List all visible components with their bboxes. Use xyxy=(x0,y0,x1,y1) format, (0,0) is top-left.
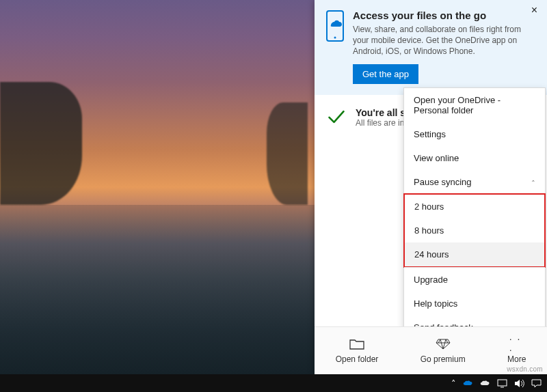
menu-help-topics[interactable]: Help topics xyxy=(404,292,545,316)
menu-view-online[interactable]: View online xyxy=(404,146,545,170)
checkmark-icon xyxy=(327,107,346,126)
diamond-icon xyxy=(436,338,451,350)
onedrive-context-menu: Open your OneDrive - Personal folder Set… xyxy=(403,87,546,364)
folder-icon xyxy=(349,338,364,350)
svg-point-1 xyxy=(334,37,336,39)
pause-24-hours[interactable]: 24 hours xyxy=(405,242,544,266)
more-button[interactable]: · · · More xyxy=(501,334,533,368)
taskbar: ˄ xyxy=(0,374,547,392)
watermark-text: wsxdn.com xyxy=(507,365,543,373)
tray-action-center-icon[interactable] xyxy=(531,379,542,388)
promo-title: Access your files on the go xyxy=(353,10,536,21)
wallpaper-trees-left xyxy=(0,82,82,205)
close-icon[interactable]: × xyxy=(527,3,542,18)
wallpaper-trees-right xyxy=(267,102,308,205)
go-premium-label: Go premium xyxy=(421,354,466,364)
promo-description: View, share, and collaborate on files ri… xyxy=(353,24,536,57)
tray-onedrive-white-icon[interactable] xyxy=(480,380,490,387)
menu-pause-syncing[interactable]: Pause syncing ˄ xyxy=(404,170,545,194)
promo-banner: × Access your files on the go View, shar… xyxy=(315,0,547,95)
tray-display-icon[interactable] xyxy=(497,379,507,388)
pause-8-hours[interactable]: 8 hours xyxy=(405,219,544,242)
phone-onedrive-icon xyxy=(325,10,345,42)
menu-upgrade[interactable]: Upgrade xyxy=(404,268,545,292)
promo-text-block: Access your files on the go View, share,… xyxy=(353,10,536,84)
tray-onedrive-blue-icon[interactable] xyxy=(463,380,473,387)
menu-settings[interactable]: Settings xyxy=(404,122,545,146)
menu-open-personal-folder[interactable]: Open your OneDrive - Personal folder xyxy=(404,88,545,122)
open-folder-label: Open folder xyxy=(336,354,379,364)
go-premium-button[interactable]: Go premium xyxy=(414,334,472,368)
more-icon: · · · xyxy=(509,338,524,350)
onedrive-flyout: × Access your files on the go View, shar… xyxy=(315,0,547,374)
chevron-up-icon: ˄ xyxy=(531,179,535,186)
pause-2-hours[interactable]: 2 hours xyxy=(405,195,544,219)
pause-duration-submenu: 2 hours 8 hours 24 hours xyxy=(403,193,546,268)
more-label: More xyxy=(507,354,526,364)
tray-chevron-icon[interactable]: ˄ xyxy=(451,378,456,389)
svg-rect-2 xyxy=(498,380,507,386)
tray-volume-icon[interactable] xyxy=(514,379,524,388)
open-folder-button[interactable]: Open folder xyxy=(329,334,386,368)
get-the-app-button[interactable]: Get the app xyxy=(353,64,418,84)
